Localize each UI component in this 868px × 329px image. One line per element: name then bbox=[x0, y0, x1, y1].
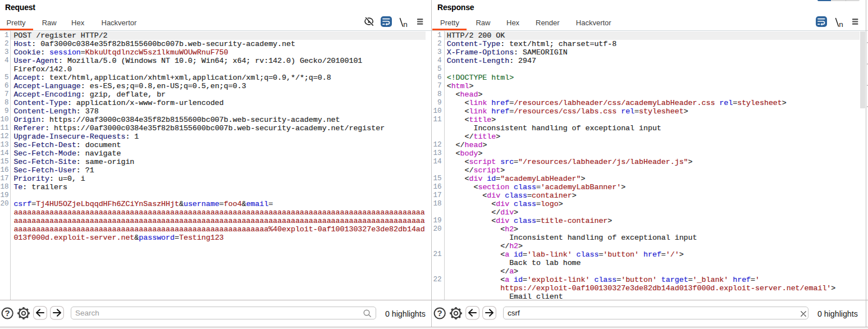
svg-text:n: n bbox=[839, 20, 843, 27]
svg-text:?: ? bbox=[5, 308, 10, 318]
svg-text:n: n bbox=[403, 20, 408, 27]
svg-text:?: ? bbox=[437, 308, 442, 318]
